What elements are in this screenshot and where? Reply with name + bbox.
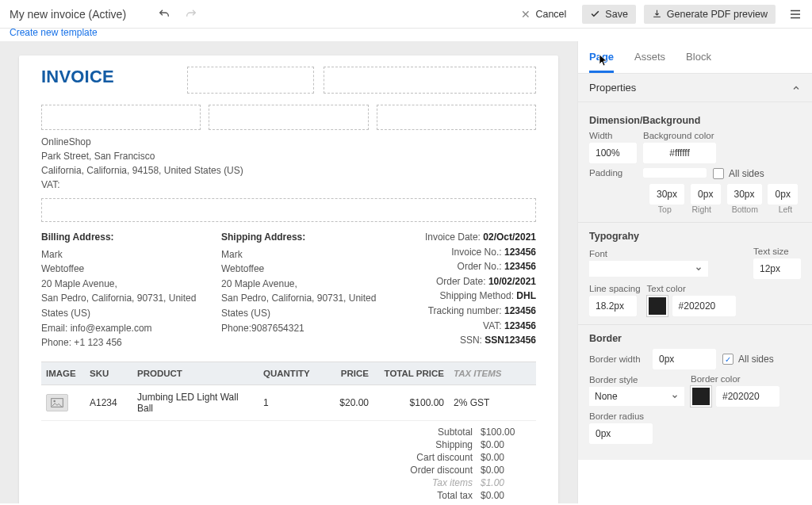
svg-point-1 [53,400,56,402]
bgcolor-input[interactable]: #ffffff [643,143,716,163]
chevron-down-icon [695,265,703,273]
bordercolor-swatch[interactable] [691,386,711,407]
pad-right-input[interactable]: 0px [691,184,721,205]
billing-label: Billing Address: [41,230,221,245]
borderradius-input[interactable]: 0px [589,423,653,444]
placeholder-box[interactable] [41,105,201,130]
pad-bottom-input[interactable]: 30px [727,184,762,205]
invoice-meta: Invoice Date: 02/Oct/2021 Invoice No.: 1… [401,230,536,350]
textcolor-input[interactable]: #202020 [672,296,736,316]
checkbox-checked-icon: ✓ [722,354,733,365]
document-title: My new invoice (Active) [10,8,126,21]
canvas-area: INVOICE OnlineShop Park Street, San Fran… [0,41,577,503]
save-label: Save [605,9,628,20]
font-select[interactable] [589,261,708,277]
properties-label: Properties [589,82,636,94]
padding-input[interactable] [643,168,707,178]
placeholder-box[interactable] [209,105,368,130]
typography-title: Typograhy [589,231,801,242]
sidebar: Page Assets Block Properties Dimension/B… [577,41,812,503]
placeholder-box[interactable] [377,105,536,130]
shipping-label: Shipping Address: [221,230,401,245]
close-icon: ✕ [521,8,530,21]
placeholder-box[interactable] [324,67,536,94]
generate-label: Generate PDF preview [667,9,768,20]
create-template-link[interactable]: Create new template [10,27,812,38]
borderstyle-select[interactable]: None [589,387,684,406]
undo-redo-group [158,8,197,21]
company-street: Park Street, San Francisco [41,149,536,163]
company-region: California, California, 94158, United St… [41,163,536,178]
cancel-button[interactable]: ✕ Cancel [513,4,574,25]
bordercolor-input[interactable]: #202020 [716,386,779,407]
linespacing-input[interactable]: 18.2px [589,296,637,316]
chevron-down-icon [671,392,679,400]
dimension-title: Dimension/Background [589,115,801,126]
border-allsides-checkbox[interactable]: ✓ All sides [722,354,774,365]
check-icon [590,9,600,19]
placeholder-box[interactable] [187,67,314,94]
pad-left-input[interactable]: 0px [768,184,798,205]
items-table: IMAGE SKU PRODUCT QUANTITY PRICE TOTAL P… [41,362,536,421]
table-row: A1234 Jumbing LED Light Wall Ball 1 $20.… [41,385,536,421]
properties-panel: Dimension/Background Width 100% Backgrou… [578,102,812,460]
redo-icon[interactable] [185,8,197,21]
tab-page[interactable]: Page [589,51,614,73]
menu-icon[interactable] [788,7,802,21]
image-placeholder-icon [46,394,68,411]
placeholder-box[interactable] [41,198,536,222]
generate-pdf-button[interactable]: Generate PDF preview [644,5,776,24]
textsize-input[interactable]: 12px [753,258,801,279]
save-button[interactable]: Save [582,5,636,24]
chevron-up-icon [791,83,801,93]
border-title: Border [589,333,801,344]
topbar: My new invoice (Active) ✕ Cancel Save Ge… [0,0,812,29]
company-name: OnlineShop [41,135,536,149]
pad-top-input[interactable]: 30px [649,184,684,205]
checkbox-icon [713,168,724,179]
shipping-address: Shipping Address: Mark Webtoffee 20 Mapl… [221,230,401,350]
sidebar-tabs: Page Assets Block [578,41,812,74]
billing-address: Billing Address: Mark Webtoffee 20 Maple… [41,230,221,350]
cancel-label: Cancel [535,9,566,20]
company-address: OnlineShop Park Street, San Francisco Ca… [41,135,536,192]
main-layout: INVOICE OnlineShop Park Street, San Fran… [0,41,812,503]
properties-header[interactable]: Properties [578,74,812,102]
company-vat: VAT: [41,178,536,192]
tab-block[interactable]: Block [686,51,711,73]
summary: Subtotal$100.00 Shipping$0.00 Cart disco… [41,426,536,503]
undo-icon[interactable] [158,8,170,21]
textcolor-swatch[interactable] [647,296,668,316]
invoice-paper[interactable]: INVOICE OnlineShop Park Street, San Fran… [19,55,558,503]
borderwidth-input[interactable]: 0px [653,349,716,369]
topbar-actions: ✕ Cancel Save Generate PDF preview [513,4,802,25]
padding-allsides-checkbox[interactable]: All sides [713,168,764,179]
download-icon [652,9,662,19]
invoice-title: INVOICE [41,67,114,87]
table-header: IMAGE SKU PRODUCT QUANTITY PRICE TOTAL P… [41,362,536,385]
tab-assets[interactable]: Assets [634,51,665,73]
width-input[interactable]: 100% [589,143,637,163]
